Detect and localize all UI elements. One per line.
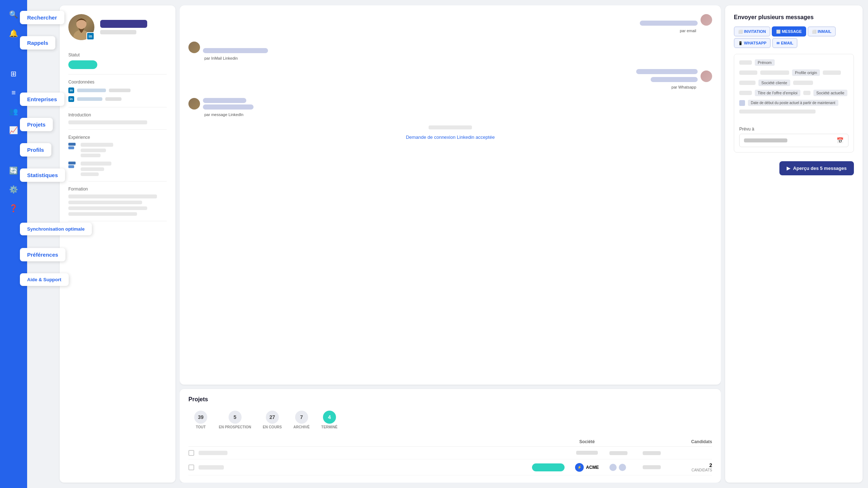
sidebar-icon-help[interactable]: ❓ bbox=[7, 201, 21, 215]
sidebar-item-synchronisation[interactable]: Synchronisation optimale bbox=[20, 223, 92, 235]
sidebar-item-entreprises[interactable]: Entreprises bbox=[20, 93, 64, 106]
acme-candidats-count: 2 bbox=[676, 462, 712, 468]
stat-tout[interactable]: 39 TOUT bbox=[188, 408, 213, 432]
sidebar-icon-grid[interactable]: ⊞ bbox=[7, 67, 21, 81]
stat-archive[interactable]: 7 ARCHIVÉ bbox=[288, 408, 315, 432]
right-panel: Envoyer plusieurs messages ⬜ INVITATION … bbox=[725, 5, 863, 483]
table-row-empty bbox=[188, 447, 712, 459]
tag-profile-origin[interactable]: Profile origin bbox=[792, 69, 820, 76]
email-tab-icon: ✉ bbox=[776, 41, 779, 45]
message-group-whatsapp: par Whatsapp bbox=[188, 69, 712, 89]
msg-bubble-wa-1 bbox=[636, 69, 698, 74]
compose-field-profile: Profile origin bbox=[739, 69, 848, 76]
whatsapp-tab-icon: 📱 bbox=[738, 41, 743, 45]
project-table-header: Société Candidats bbox=[188, 437, 712, 447]
profile-experience-field: Expérience bbox=[68, 130, 167, 181]
stat-number-tout: 39 bbox=[194, 411, 207, 424]
compose-field-titre: Titre de l'offre d'emploi Société actuel… bbox=[739, 90, 848, 96]
scheduled-bar bbox=[744, 138, 787, 142]
sidebar-item-rechercher[interactable]: Rechercher bbox=[20, 11, 64, 24]
sidebar-item-projets[interactable]: Projets bbox=[20, 118, 53, 131]
tag-societe-actuelle[interactable]: Société actuelle bbox=[813, 90, 847, 96]
tab-message[interactable]: ⬜ MESSAGE bbox=[772, 26, 806, 37]
compose-field-prenom: Prénom bbox=[739, 59, 848, 66]
compose-field-date: Date de début du poste actuel à partir d… bbox=[739, 100, 848, 106]
avatar: in bbox=[68, 14, 94, 40]
compose-field-societe: Société cliente bbox=[739, 80, 848, 86]
profile-statut-field: Statut bbox=[68, 47, 167, 74]
candidate-dot-1 bbox=[609, 464, 617, 471]
linkedin-badge: in bbox=[86, 32, 94, 40]
tag-prenom[interactable]: Prénom bbox=[755, 59, 775, 66]
message-group-email: par email bbox=[188, 14, 712, 33]
inmail-label: par InMail Linkedin bbox=[188, 56, 712, 60]
profile-header: in bbox=[68, 14, 167, 40]
stat-number-archive: 7 bbox=[295, 411, 308, 424]
tab-invitation[interactable]: ⬜ INVITATION bbox=[734, 26, 770, 37]
sidebar-item-profils[interactable]: Profils bbox=[20, 143, 51, 157]
tab-email[interactable]: ✉ EMAIL bbox=[772, 38, 797, 48]
inmail-tab-icon: ⬜ bbox=[812, 30, 816, 34]
profile-coordonnees-field: Coordonnées in in bbox=[68, 74, 167, 107]
tag-societe-cliente[interactable]: Société cliente bbox=[758, 80, 790, 86]
linkedin-msg-label: par message LinkedIn bbox=[188, 112, 712, 117]
preview-button[interactable]: ▶ Aperçu des 5 messages bbox=[779, 161, 854, 175]
message-compose: Prénom Profile origin Société cliente Ti… bbox=[734, 54, 854, 153]
coord-bar-2 bbox=[109, 89, 131, 92]
statut-badge[interactable] bbox=[68, 60, 97, 69]
msg-bubble-li-1 bbox=[203, 98, 246, 103]
projects-title: Projets bbox=[188, 396, 712, 403]
coord-bar-3 bbox=[77, 97, 102, 101]
date-checkbox bbox=[739, 100, 745, 106]
exp-logo-1 bbox=[68, 143, 77, 151]
stat-en-cours[interactable]: 27 EN COURS bbox=[257, 408, 288, 432]
sidebar-item-statistiques[interactable]: Statistiques bbox=[20, 168, 65, 182]
stat-number-termine: 4 bbox=[323, 411, 336, 424]
sidebar-icon-search[interactable]: 🔍 bbox=[7, 7, 21, 22]
msg-bubble-wa-2 bbox=[651, 77, 698, 82]
statut-label: Statut bbox=[68, 52, 167, 57]
candidate-dot-2 bbox=[619, 464, 626, 471]
stat-label-archive: ARCHIVÉ bbox=[293, 425, 310, 429]
sidebar: 🔍 🔔 ⊞ ≡ 👥 📈 🔄 ⚙️ ❓ bbox=[0, 0, 27, 488]
whatsapp-label: par Whatsapp bbox=[188, 85, 712, 89]
messages-panel: par email par InMail Linkedin bbox=[180, 5, 721, 385]
sidebar-icon-chart[interactable]: 📈 bbox=[7, 123, 21, 137]
message-group-inmail: par InMail Linkedin bbox=[188, 42, 712, 60]
tab-whatsapp[interactable]: 📱 WHATSAPP bbox=[734, 38, 771, 48]
acme-status-bar bbox=[532, 463, 565, 471]
acme-company-name: ACME bbox=[586, 465, 599, 470]
sidebar-icon-sync[interactable]: 🔄 bbox=[7, 163, 21, 178]
message-group-linkedin: par message LinkedIn bbox=[188, 98, 712, 117]
sidebar-icon-gear[interactable]: ⚙️ bbox=[7, 182, 21, 197]
tab-inmail[interactable]: ⬜ INMAIL bbox=[808, 26, 836, 37]
email-label: par email bbox=[188, 29, 712, 33]
sidebar-icon-bell[interactable]: 🔔 bbox=[7, 26, 21, 40]
avatar-right-email bbox=[701, 14, 712, 26]
row-checkbox-acme[interactable] bbox=[188, 465, 194, 470]
calendar-icon: 📅 bbox=[837, 137, 844, 144]
profile-name-bar bbox=[100, 20, 147, 28]
avatar-left-inmail bbox=[188, 42, 200, 53]
sidebar-item-rappels[interactable]: Rappels bbox=[20, 36, 55, 50]
avatar-right-whatsapp bbox=[701, 70, 712, 82]
intro-bar bbox=[68, 120, 147, 124]
tag-titre-offre[interactable]: Titre de l'offre d'emploi bbox=[755, 90, 800, 96]
sidebar-item-preferences[interactable]: Préférences bbox=[20, 248, 65, 261]
coord-bar-4 bbox=[105, 97, 122, 101]
tag-date-debut[interactable]: Date de début du poste actuel à partir d… bbox=[748, 100, 838, 106]
row-checkbox-1[interactable] bbox=[188, 450, 194, 456]
sidebar-item-aide[interactable]: Aide & Support bbox=[20, 273, 69, 286]
stat-label-tout: TOUT bbox=[196, 425, 205, 429]
col-societe: Société bbox=[569, 439, 605, 444]
sidebar-icon-people[interactable]: 👥 bbox=[7, 104, 21, 119]
sidebar-icon-list[interactable]: ≡ bbox=[7, 85, 21, 100]
projects-panel: Projets 39 TOUT 5 EN PROSPECTION 27 EN C… bbox=[180, 389, 721, 483]
invitation-icon: ⬜ bbox=[738, 30, 743, 34]
stat-termine[interactable]: 4 TERMINÉ bbox=[315, 408, 343, 432]
stat-prospection[interactable]: 5 EN PROSPECTION bbox=[213, 408, 257, 432]
scheduled-input[interactable]: 📅 bbox=[739, 134, 848, 147]
msg-right-email bbox=[188, 14, 712, 26]
experience-label: Expérience bbox=[68, 135, 167, 140]
scheduled-label: Prévu à bbox=[739, 127, 848, 132]
